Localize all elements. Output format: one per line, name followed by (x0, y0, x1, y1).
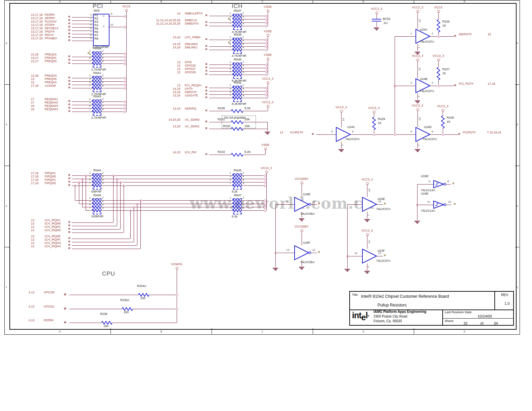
resistor-icon (232, 48, 241, 52)
resistor-ref: R5 (94, 27, 98, 30)
pin-number: 5 (226, 68, 231, 70)
signal-name: PCI_REQ#A (185, 84, 202, 87)
signal-name: AC_SDIN1 (185, 125, 200, 128)
grid-col-label: D (360, 330, 367, 333)
sheet-ref: 7,15,16,24 (487, 131, 501, 134)
sheet-ref: 13,17 (31, 60, 39, 63)
wire (101, 64, 126, 64)
sheet-ref: 11,12,14,16,25,26 (140, 19, 180, 22)
off-page-connector-icon: « (68, 109, 71, 113)
pin-number: 7 (226, 71, 231, 74)
wire (430, 86, 454, 86)
off-page-connector-icon: « (205, 13, 208, 17)
no-connect-icon: ✕ (384, 202, 386, 205)
wire (241, 94, 268, 95)
sheet-of: of (480, 322, 483, 325)
pin-number: 1 (85, 172, 91, 174)
power-label: VCC3_3 (255, 167, 278, 170)
no-connect-icon: ✕ (453, 203, 456, 206)
component-part: 74LVC07A (345, 138, 360, 141)
pin-number: 5 (85, 56, 91, 59)
off-page-connector-icon: « (64, 320, 66, 324)
ground-symbol-icon (376, 30, 378, 30)
power-label: VCC3_3 (406, 54, 429, 57)
ground-symbol-icon (265, 132, 270, 132)
sheet-ref: 13,17,18 (31, 20, 43, 23)
buffer-gate-icon (433, 201, 447, 209)
grid-col-label: A (56, 330, 63, 333)
ground-symbol-icon (415, 52, 420, 52)
off-page-connector-icon: « (68, 230, 71, 234)
component-part: 74LVC07A (423, 138, 437, 141)
pin-number: 7 (226, 94, 231, 97)
pin-number: 7 (418, 47, 420, 48)
pin-number: 10 (378, 200, 381, 203)
pin-number: 2 (242, 36, 244, 39)
pin-number: 4 (102, 200, 103, 203)
wire (351, 134, 415, 135)
power-symbol-icon (366, 233, 369, 236)
component-part: 74LVC14A (421, 189, 435, 192)
signal-name: SMBCLK (185, 19, 197, 22)
wire (446, 184, 451, 184)
wire (72, 226, 117, 226)
wire (395, 36, 415, 37)
component-ref: BC52 (383, 17, 391, 20)
wire (417, 110, 418, 127)
sheet-title: Intel® 810e2 Chipset Customer Reference … (361, 294, 449, 298)
pin-number: 8 (242, 46, 244, 49)
wire (241, 200, 266, 201)
wire (376, 13, 377, 19)
pin-number: 4 (242, 64, 244, 67)
wire (209, 98, 233, 98)
signal-name: ICH_IRQ#C (45, 225, 61, 229)
sheet-ref: 15 (488, 33, 491, 36)
power-label: VCC3_3 (256, 77, 279, 80)
intel-logo: intel® (352, 311, 369, 320)
pin-number: 2 (102, 98, 103, 100)
pin-number: 2 (86, 17, 92, 19)
signal-name: ICH_IRQ#B (45, 222, 61, 225)
signal-name: PIRQ#D (45, 182, 56, 185)
pin-number: 2 (102, 74, 103, 77)
grid-tick (515, 84, 519, 85)
pin-number: 4 (102, 78, 103, 80)
power-symbol-icon (437, 10, 440, 13)
pin-number: 12 (378, 252, 381, 255)
wire (241, 88, 268, 88)
capacitor-icon (372, 19, 381, 19)
wire (101, 101, 126, 102)
pin-number: 6 (102, 105, 103, 107)
signal-name: ACK64# (45, 84, 56, 87)
ground-symbol-icon (366, 273, 368, 274)
wire (241, 43, 268, 43)
signal-name: PREQ#4 (45, 81, 57, 84)
grid-col-label: D (360, 0, 367, 3)
off-page-connector-icon: « (64, 292, 66, 296)
signal-name: KBRST# (185, 91, 196, 94)
pin-number: 4 (242, 15, 244, 18)
sheet-ref: 13 (140, 68, 180, 71)
power-symbol-icon (265, 171, 268, 173)
pin-number: 7 (226, 46, 231, 49)
sheet-ref: 13,17,18 (31, 30, 43, 33)
sheet-ref: 13 (31, 242, 34, 245)
sheet-ref: 14,20,26 (140, 118, 180, 121)
pin-number: 14 (418, 68, 421, 71)
ground-symbol-icon (366, 221, 368, 222)
resistor-icon (232, 96, 241, 100)
pin-number: 5 (111, 13, 112, 15)
wire (241, 40, 268, 40)
sheet-ref: 13 (31, 222, 34, 225)
wire (367, 235, 367, 249)
ground-symbol-icon (341, 151, 342, 152)
pin-number: 6 (242, 43, 244, 45)
resistor-icon (232, 184, 241, 188)
sheet-ref: 13,16 (140, 91, 180, 94)
pin-number: 14 (418, 19, 421, 23)
resistor-ref: R3 (94, 20, 98, 24)
pin-number: 1 (85, 98, 91, 100)
wire (241, 204, 266, 204)
sheet-ref: 17,18 (31, 182, 39, 185)
sheet-ref: 13 (31, 78, 34, 81)
